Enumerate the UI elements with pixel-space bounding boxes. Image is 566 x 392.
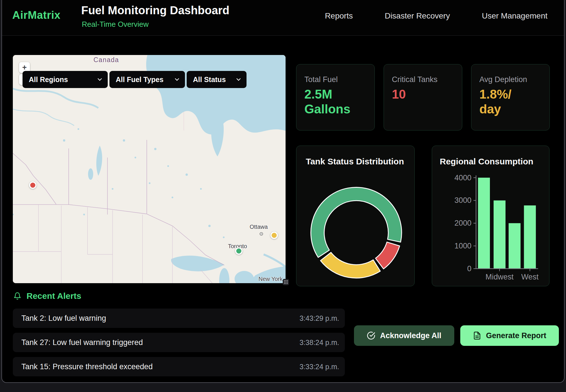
map-filter-bar: All Regions All Fuel Types All Status: [23, 71, 247, 88]
map-label-canada: Canada: [93, 56, 119, 64]
stat-label: Avg Depletion: [479, 75, 541, 84]
page-subtitle: Real-Time Overview: [82, 20, 149, 29]
page-title: Fuel Monitoring Dashboard: [81, 4, 229, 17]
alert-row[interactable]: Tank 27: Low fuel warning triggered 3:38…: [13, 333, 345, 352]
tank-status-donut-chart: [296, 146, 414, 286]
alert-message: Tank 27: Low fuel warning triggered: [21, 338, 143, 347]
stat-label: Critical Tanks: [392, 75, 454, 84]
alert-timestamp: 3:38:24 p.m.: [300, 338, 339, 347]
nav-item-reports[interactable]: Reports: [325, 11, 353, 21]
chevron-down-icon: [175, 78, 179, 81]
filter-all-status-label: All Status: [193, 75, 226, 84]
fuel-map[interactable]: Canada Ottawa Toronto New York + − All R…: [13, 55, 286, 283]
chevron-down-icon: [97, 78, 102, 81]
stat-label: Total Fuel: [304, 75, 367, 84]
recent-alerts-title: Recent Alerts: [27, 291, 81, 301]
stat-card-total-fuel: Total Fuel 2.5MGallons: [296, 64, 375, 130]
alert-row[interactable]: Tank 2: Low fuel warning 3:43:29 p.m.: [13, 309, 345, 328]
bell-icon: [13, 292, 21, 300]
svg-text:3000: 3000: [455, 196, 472, 205]
main-nav: Reports Disaster Recovery User Managemen…: [325, 11, 547, 21]
tank-status-distribution-card: Tank Status Distribution: [296, 146, 415, 286]
svg-text:0: 0: [467, 264, 471, 273]
nav-item-disaster-recovery[interactable]: Disaster Recovery: [385, 11, 450, 21]
acknowledge-all-label: Acknowledge All: [380, 331, 441, 340]
alert-timestamp: 3:33:24 p.m.: [300, 363, 339, 371]
svg-text:2000: 2000: [455, 219, 472, 227]
map-marker-normal[interactable]: [235, 247, 243, 255]
acknowledge-all-button[interactable]: Acknowledge All: [354, 325, 454, 346]
report-document-icon: [473, 331, 481, 340]
filter-all-regions-label: All Regions: [29, 75, 68, 84]
generate-report-button[interactable]: Generate Report: [460, 325, 559, 346]
stat-card-avg-depletion: Avg Depletion 1.8%/day: [471, 64, 550, 130]
brand-logo: AirMatrix: [12, 9, 60, 21]
app-window: AirMatrix Fuel Monitoring Dashboard Real…: [1, 0, 565, 383]
map-marker-warning[interactable]: [270, 232, 278, 239]
svg-text:1000: 1000: [455, 242, 472, 250]
stat-value: 1.8%/day: [479, 87, 541, 117]
filter-all-regions[interactable]: All Regions: [23, 71, 108, 88]
stat-value: 2.5MGallons: [304, 87, 367, 117]
grip-dots-icon: [284, 280, 288, 284]
header: AirMatrix Fuel Monitoring Dashboard Real…: [2, 0, 564, 36]
filter-all-fuel-types-label: All Fuel Types: [116, 75, 164, 84]
svg-text:Midwest: Midwest: [486, 273, 514, 281]
regional-consumption-bar-chart: 01000200030004000MidwestWest: [432, 146, 549, 286]
chevron-down-icon: [236, 78, 241, 81]
alert-message: Tank 15: Pressure threshold exceeded: [21, 362, 153, 371]
map-label-new-york: New York: [258, 276, 283, 282]
map-resize-handle[interactable]: [283, 279, 289, 285]
map-marker-critical[interactable]: [29, 181, 36, 189]
generate-report-label: Generate Report: [486, 331, 546, 340]
filter-all-fuel-types[interactable]: All Fuel Types: [109, 71, 185, 88]
nav-item-user-management[interactable]: User Management: [482, 11, 547, 21]
alert-row[interactable]: Tank 15: Pressure threshold exceeded 3:3…: [13, 357, 345, 376]
filter-all-status[interactable]: All Status: [187, 71, 247, 88]
alert-message: Tank 2: Low fuel warning: [21, 314, 106, 323]
svg-text:4000: 4000: [455, 173, 472, 182]
regional-consumption-card: Regional Consumption 01000200030004000Mi…: [432, 146, 549, 286]
check-circle-icon: [367, 331, 375, 340]
recent-alerts-header: Recent Alerts: [13, 291, 81, 301]
stat-value: 10: [392, 87, 454, 102]
map-label-ottawa: Ottawa: [250, 224, 268, 230]
svg-text:West: West: [521, 273, 539, 281]
stat-card-critical-tanks: Critical Tanks 10: [384, 64, 462, 130]
alert-timestamp: 3:43:29 p.m.: [300, 314, 339, 322]
